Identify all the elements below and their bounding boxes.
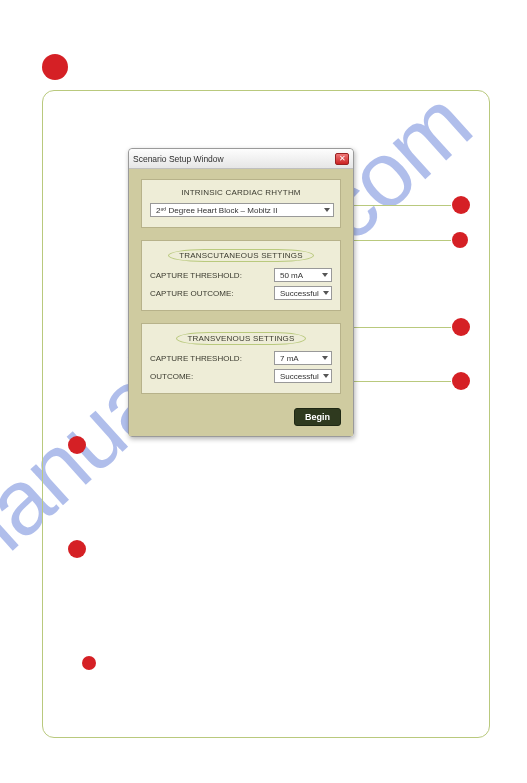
close-icon[interactable]: ✕ xyxy=(335,153,349,165)
tc-threshold-select[interactable]: 50 mA xyxy=(274,268,332,282)
panel-transcutaneous: TRANSCUTANEOUS SETTINGS CAPTURE THRESHOL… xyxy=(141,240,341,311)
tv-outcome-select[interactable]: Successful xyxy=(274,369,332,383)
chevron-down-icon xyxy=(324,208,330,212)
dialog-body: INTRINSIC CARDIAC RHYTHM 2ⁿᵈ Degree Hear… xyxy=(129,169,353,436)
chevron-down-icon xyxy=(323,374,329,378)
rhythm-select-value: 2ⁿᵈ Degree Heart Block – Mobitz II xyxy=(156,206,278,215)
bullet-marker xyxy=(82,656,96,670)
tv-threshold-select[interactable]: 7 mA xyxy=(274,351,332,365)
tv-outcome-label: OUTCOME: xyxy=(150,372,193,381)
tv-threshold-value: 7 mA xyxy=(280,354,299,363)
callout-marker-2 xyxy=(452,232,468,248)
panel-title-text: TRANSVENOUS SETTINGS xyxy=(176,332,305,345)
begin-button[interactable]: Begin xyxy=(294,408,341,426)
setting-row: CAPTURE OUTCOME: Successful xyxy=(150,286,332,300)
panel-title-text: TRANSCUTANEOUS SETTINGS xyxy=(168,249,314,262)
panel-title: TRANSCUTANEOUS SETTINGS xyxy=(150,249,332,262)
panel-transvenous: TRANSVENOUS SETTINGS CAPTURE THRESHOLD: … xyxy=(141,323,341,394)
callout-marker-1 xyxy=(452,196,470,214)
panel-intrinsic-rhythm: INTRINSIC CARDIAC RHYTHM 2ⁿᵈ Degree Hear… xyxy=(141,179,341,228)
setting-row: CAPTURE THRESHOLD: 50 mA xyxy=(150,268,332,282)
panel-title: INTRINSIC CARDIAC RHYTHM xyxy=(150,188,332,197)
scenario-setup-dialog: Scenario Setup Window ✕ INTRINSIC CARDIA… xyxy=(128,148,354,437)
bullet-marker xyxy=(42,54,68,80)
bullet-marker xyxy=(68,540,86,558)
chevron-down-icon xyxy=(322,356,328,360)
setting-row: CAPTURE THRESHOLD: 7 mA xyxy=(150,351,332,365)
tc-outcome-value: Successful xyxy=(280,289,319,298)
bullet-marker xyxy=(68,436,86,454)
tc-outcome-select[interactable]: Successful xyxy=(274,286,332,300)
callout-marker-3 xyxy=(452,318,470,336)
setting-row: OUTCOME: Successful xyxy=(150,369,332,383)
callout-line xyxy=(346,205,451,206)
panel-title: TRANSVENOUS SETTINGS xyxy=(150,332,332,345)
chevron-down-icon xyxy=(323,291,329,295)
chevron-down-icon xyxy=(322,273,328,277)
capture-outcome-label: CAPTURE OUTCOME: xyxy=(150,289,234,298)
callout-marker-4 xyxy=(452,372,470,390)
callout-line xyxy=(348,381,451,382)
dialog-title: Scenario Setup Window xyxy=(133,154,224,164)
tc-threshold-value: 50 mA xyxy=(280,271,303,280)
dialog-titlebar: Scenario Setup Window ✕ xyxy=(129,149,353,169)
capture-threshold-label: CAPTURE THRESHOLD: xyxy=(150,271,242,280)
tv-outcome-value: Successful xyxy=(280,372,319,381)
tv-threshold-label: CAPTURE THRESHOLD: xyxy=(150,354,242,363)
rhythm-select[interactable]: 2ⁿᵈ Degree Heart Block – Mobitz II xyxy=(150,203,334,217)
